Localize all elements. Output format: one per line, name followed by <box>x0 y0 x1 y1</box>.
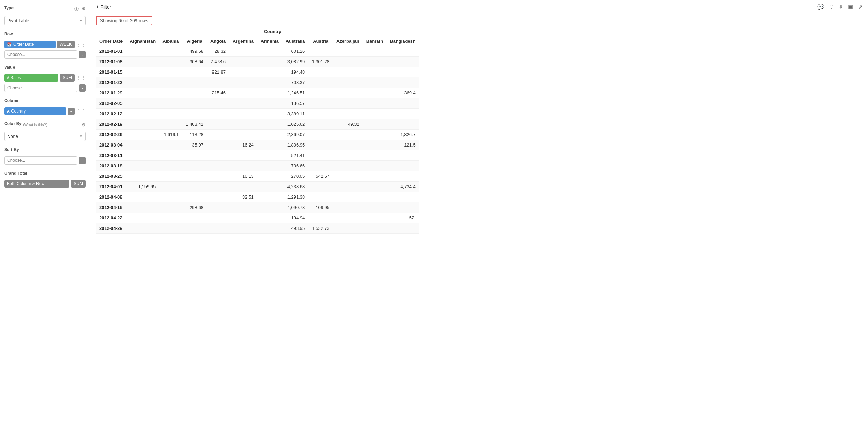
expand-icon[interactable]: ⇗ <box>858 3 862 10</box>
row-value-cell <box>159 213 182 223</box>
table-body: 2012-01-01499.6828.32601.262012-01-08308… <box>96 46 419 234</box>
plus-icon: + <box>96 4 99 10</box>
row-value-cell <box>182 213 207 223</box>
row-value-cell <box>229 67 257 77</box>
table-row: 2012-01-08308.642,478.63,082.991,301.28 <box>96 57 419 67</box>
type-label: Type <box>4 6 14 10</box>
table-row: 2012-02-261,619.1113.282,369.071,826.7 <box>96 130 419 140</box>
row-value-cell <box>333 67 363 77</box>
row-value-cell <box>257 46 282 57</box>
row-value-cell <box>126 223 159 234</box>
type-select[interactable]: Pivot Table ▼ <box>4 16 86 25</box>
row-value-cell <box>182 98 207 109</box>
row-value-cell <box>207 98 229 109</box>
row-value-cell: 1,806.95 <box>282 140 309 150</box>
row-value-cell <box>333 88 363 98</box>
value-field-pill: # Sales <box>4 74 58 82</box>
table-row: 2012-04-15298.681,090.78109.95 <box>96 202 419 213</box>
row-value-cell <box>308 88 333 98</box>
help-icon[interactable]: ⓘ <box>74 6 79 12</box>
grand-total-label: Grand Total <box>4 171 86 176</box>
row-field-pill: 📅 Order Date <box>4 41 56 48</box>
row-date-cell: 2012-01-29 <box>96 88 126 98</box>
row-value-cell: 136.57 <box>282 98 309 109</box>
row-value-cell <box>126 161 159 171</box>
row-value-cell: 16.24 <box>229 140 257 150</box>
row-value-cell <box>126 171 159 182</box>
color-by-hint[interactable]: (What is this?) <box>23 123 47 127</box>
row-value-cell <box>126 213 159 223</box>
col-header-afghanistan: Afghanistan <box>126 36 159 46</box>
row-value-cell <box>182 77 207 88</box>
row-value-cell <box>363 57 386 67</box>
table-row: 2012-04-011,159.954,238.684,734.4 <box>96 182 419 192</box>
row-value-cell <box>126 57 159 67</box>
row-value-cell <box>159 46 182 57</box>
settings-icon[interactable]: ⚙ <box>82 6 86 12</box>
sort-minus-button[interactable]: - <box>79 157 86 164</box>
row-value-cell <box>386 161 419 171</box>
row-value-cell <box>363 213 386 223</box>
row-value-cell <box>333 182 363 192</box>
col-header-argentina: Argentina <box>229 36 257 46</box>
row-value-cell: 1,246.51 <box>282 88 309 98</box>
row-value-cell: 1,619.1 <box>159 130 182 140</box>
row-granularity-pill[interactable]: WEEK <box>57 41 75 48</box>
row-value-cell: 1,291.38 <box>282 192 309 202</box>
row-value-cell <box>229 98 257 109</box>
drag-handle-row[interactable]: ⋮⋮ <box>76 42 86 47</box>
row-value-cell <box>159 161 182 171</box>
row-minus-button[interactable]: - <box>79 51 86 58</box>
row-value-cell: 3,389.11 <box>282 109 309 119</box>
grand-total-agg-pill[interactable]: SUM <box>71 180 86 188</box>
row-value-cell: 121.5 <box>386 140 419 150</box>
row-choose-input[interactable] <box>4 50 77 59</box>
color-settings-icon[interactable]: ⚙ <box>82 122 86 127</box>
row-date-cell: 2012-04-29 <box>96 223 126 234</box>
row-value-cell <box>207 202 229 213</box>
row-value-cell <box>159 182 182 192</box>
color-by-select[interactable]: None ▼ <box>4 132 86 141</box>
chevron-down-icon: ▼ <box>79 19 83 23</box>
row-value-cell <box>308 130 333 140</box>
toolbar-right: 💬 ⇧ ⇩ ▣ ⇗ <box>817 3 862 10</box>
value-minus-button[interactable]: - <box>79 84 86 92</box>
value-choose-input[interactable] <box>4 84 77 92</box>
row-date-cell: 2012-01-15 <box>96 67 126 77</box>
row-value-cell <box>207 130 229 140</box>
row-value-cell <box>182 223 207 234</box>
row-value-cell <box>159 150 182 161</box>
filter-button[interactable]: + Filter <box>96 4 111 10</box>
download-icon[interactable]: ⇩ <box>838 3 843 10</box>
row-date-cell: 2012-02-05 <box>96 98 126 109</box>
drag-handle-column[interactable]: ⋮⋮ <box>76 108 86 114</box>
row-value-cell <box>363 130 386 140</box>
value-agg-pill[interactable]: SUM <box>60 74 75 82</box>
grid-icon[interactable]: ▣ <box>848 3 853 10</box>
upload-icon[interactable]: ⇧ <box>829 3 834 10</box>
table-container[interactable]: Country Order Date Afghanistan Albania A… <box>90 27 868 425</box>
grand-total-value-pill: Both Column & Row <box>4 180 69 188</box>
column-minus-button[interactable]: - <box>68 108 75 115</box>
row-value-cell <box>159 192 182 202</box>
row-value-cell: 1,090.78 <box>282 202 309 213</box>
row-value-cell <box>229 150 257 161</box>
row-value-cell <box>182 150 207 161</box>
row-value-cell <box>333 109 363 119</box>
sort-choose-input[interactable] <box>4 156 77 165</box>
row-value-cell <box>229 88 257 98</box>
row-value-cell <box>126 192 159 202</box>
drag-handle-value[interactable]: ⋮⋮ <box>76 75 86 81</box>
row-value-cell <box>229 57 257 67</box>
row-value-cell: 542.67 <box>308 171 333 182</box>
row-value-cell: 1,826.7 <box>386 130 419 140</box>
col-header-austria: Austria <box>308 36 333 46</box>
text-icon: A <box>7 109 10 113</box>
row-value-cell <box>308 192 333 202</box>
row-value-cell: 1,301.28 <box>308 57 333 67</box>
row-value-cell <box>386 202 419 213</box>
comment-icon[interactable]: 💬 <box>817 3 824 10</box>
row-value-cell <box>386 223 419 234</box>
sort-choose-row: - <box>4 156 86 165</box>
row-value-cell <box>257 140 282 150</box>
